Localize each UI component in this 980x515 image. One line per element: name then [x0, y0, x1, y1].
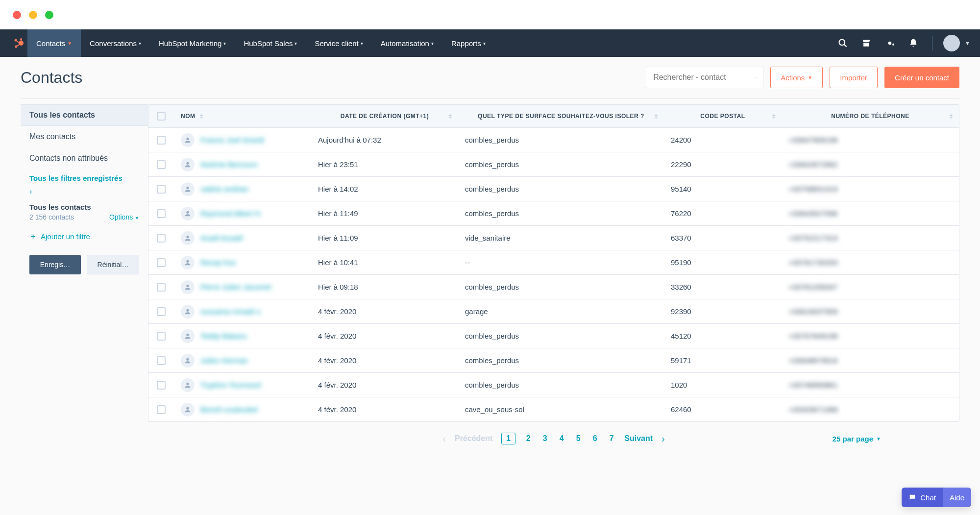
sidebar-options[interactable]: Options ▼ [109, 213, 139, 221]
th-zip[interactable]: CODE POSTAL [664, 105, 782, 127]
contact-name[interactable]: Benoît couboubel [200, 405, 258, 414]
sidebar-item-unassigned[interactable]: Contacts non attribués [21, 147, 148, 169]
page-7[interactable]: 7 [608, 434, 615, 443]
page-6[interactable]: 6 [591, 434, 599, 443]
cell-date: 4 févr. 2020 [311, 299, 458, 323]
caret-down-icon: ▼ [135, 216, 139, 221]
add-filter-button[interactable]: ＋ Ajouter un filtre [21, 227, 148, 246]
page-4[interactable]: 4 [558, 434, 565, 443]
search-input-wrapper[interactable] [646, 67, 763, 88]
select-all-checkbox[interactable] [157, 112, 166, 121]
contact-name[interactable]: Teddy Bakanu [200, 332, 247, 340]
page-3[interactable]: 3 [541, 434, 549, 443]
save-button[interactable]: Enregis… [29, 255, 81, 274]
table-row[interactable]: Recep KocHier à 10:41--95190+33781735263 [148, 250, 959, 274]
row-checkbox[interactable] [157, 209, 166, 218]
row-checkbox[interactable] [157, 234, 166, 243]
hubspot-logo[interactable] [10, 34, 27, 52]
max-dot[interactable] [45, 11, 53, 19]
nav-sales[interactable]: HubSpot Sales▾ [235, 29, 306, 57]
row-checkbox[interactable] [157, 307, 166, 316]
contact-name[interactable]: Francis Joel Girardi [200, 136, 264, 144]
sidebar-item-mine[interactable]: Mes contacts [21, 126, 148, 147]
row-checkbox[interactable] [157, 283, 166, 292]
user-avatar[interactable] [943, 35, 960, 51]
contact-name[interactable]: Pierre Julien Jacomet [200, 283, 271, 291]
cell-zip: 92390 [664, 299, 782, 323]
cell-phone: +33781735263 [788, 258, 838, 267]
marketplace-icon[interactable] [857, 33, 876, 53]
contact-name[interactable]: Anaël Assaël [200, 234, 243, 242]
table-row[interactable]: Pierre Julien JacometHier à 09:18combles… [148, 274, 959, 299]
th-type[interactable]: QUEL TYPE DE SURFACE SOUHAITEZ-VOUS ISOL… [458, 105, 664, 127]
contact-name[interactable]: valérie andrian [200, 185, 248, 193]
sort-icon [772, 114, 776, 118]
table-row[interactable]: Tryphon Tournesol4 févr. 2020combles_per… [148, 372, 959, 397]
contact-name[interactable]: oussama mmadi s. [200, 307, 262, 316]
min-dot[interactable] [29, 11, 37, 19]
svg-point-18 [186, 309, 189, 311]
chevron-right-icon[interactable]: › [21, 187, 148, 196]
next-arrow-icon[interactable]: › [662, 433, 665, 444]
cell-type: combles_perdus [458, 275, 664, 299]
contact-name[interactable]: Tryphon Tournesol [200, 381, 261, 389]
per-page-select[interactable]: 25 par page▼ [833, 435, 881, 443]
nav-automation[interactable]: Automatisation▾ [372, 29, 442, 57]
search-input[interactable] [652, 73, 752, 82]
reset-button[interactable]: Réinitial… [87, 255, 139, 274]
table-row[interactable]: Francis Joel GirardiAujourd'hui à 07:32c… [148, 127, 959, 152]
nav-contacts[interactable]: Contacts▼ [27, 29, 81, 57]
page-1[interactable]: 1 [501, 433, 515, 444]
th-phone[interactable]: NUMÉRO DE TÉLÉPHONE [782, 105, 959, 127]
chevron-down-icon: ▾ [294, 41, 297, 46]
table-row[interactable]: Benoît couboubel4 févr. 2020cave_ou_sous… [148, 397, 959, 421]
row-checkbox[interactable] [157, 136, 166, 145]
contact-avatar [181, 256, 195, 270]
page-5[interactable]: 5 [574, 434, 582, 443]
svg-line-8 [844, 45, 847, 47]
th-name[interactable]: NOM [174, 105, 311, 127]
table-row[interactable]: Noémie BercournHier à 23:51combles_perdu… [148, 152, 959, 176]
contact-name[interactable]: Noémie Bercourn [200, 160, 258, 169]
table-row[interactable]: valérie andrianHier à 14:02combles_perdu… [148, 176, 959, 201]
cell-type: combles_perdus [458, 348, 664, 372]
settings-icon[interactable] [880, 33, 900, 53]
row-checkbox[interactable] [157, 356, 166, 365]
nav-marketing[interactable]: HubSpot Marketing▾ [150, 29, 235, 57]
cell-zip: 33260 [664, 275, 782, 299]
row-checkbox[interactable] [157, 332, 166, 341]
actions-button[interactable]: Actions▼ [770, 67, 823, 88]
next-page[interactable]: Suivant [624, 434, 653, 443]
create-contact-button[interactable]: Créer un contact [884, 67, 959, 88]
notifications-icon[interactable] [904, 33, 923, 53]
nav-conversations[interactable]: Conversations▾ [81, 29, 150, 57]
table-row[interactable]: oussama mmadi s.4 févr. 2020garage92390+… [148, 299, 959, 323]
table-row[interactable]: Raymond Albert H.Hier à 11:49combles_per… [148, 201, 959, 225]
contact-name[interactable]: Julien Herman [200, 356, 248, 365]
contact-name[interactable]: Raymond Albert H. [200, 209, 262, 218]
cell-type: combles_perdus [458, 324, 664, 348]
nav-service[interactable]: Service client▾ [306, 29, 371, 57]
page-2[interactable]: 2 [524, 434, 532, 443]
row-checkbox[interactable] [157, 160, 166, 169]
search-icon[interactable] [833, 33, 853, 53]
chevron-down-icon[interactable]: ▼ [965, 40, 970, 46]
import-button[interactable]: Importer [830, 67, 878, 88]
sidebar-all-filters[interactable]: Tous les filtres enregistrés [21, 169, 148, 187]
row-checkbox[interactable] [157, 185, 166, 194]
table-row[interactable]: Teddy Bakanu4 févr. 2020combles_perdus45… [148, 323, 959, 348]
table-row[interactable]: Anaël AssaëlHier à 11:09vide_sanitaire63… [148, 225, 959, 250]
svg-point-17 [186, 284, 189, 287]
nav-reports[interactable]: Rapports▾ [442, 29, 494, 57]
prev-page: Précédent [455, 434, 492, 443]
th-date[interactable]: DATE DE CRÉATION (GMT+1) [311, 105, 458, 127]
row-checkbox[interactable] [157, 258, 166, 267]
row-checkbox[interactable] [157, 381, 166, 390]
contact-name[interactable]: Recep Koc [200, 258, 236, 267]
sidebar-item-all[interactable]: Tous les contacts [21, 104, 148, 126]
contacts-table: NOM DATE DE CRÉATION (GMT+1) QUEL TYPE D… [148, 104, 959, 422]
close-dot[interactable] [13, 11, 21, 19]
cell-phone: +33752217319 [788, 234, 838, 242]
table-row[interactable]: Julien Herman4 févr. 2020combles_perdus5… [148, 348, 959, 372]
row-checkbox[interactable] [157, 405, 166, 414]
